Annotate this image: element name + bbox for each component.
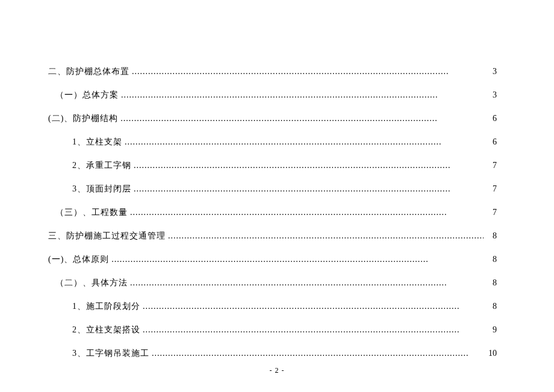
toc-dots: [121, 90, 484, 100]
toc-entry: 1、立柱支架 6: [48, 137, 497, 148]
toc-dots: [130, 278, 484, 288]
toc-entry: 三、防护棚施工过程交通管理 8: [48, 231, 497, 241]
toc-entry: (一)、总体原则 8: [48, 254, 497, 265]
toc-page: 6: [486, 114, 497, 123]
toc-entry: 2、承重工字钢 7: [48, 160, 497, 171]
toc-page: 7: [486, 208, 497, 217]
toc-entry: 3、顶面封闭层 7: [48, 184, 497, 194]
toc-entry: （三）、工程数量 7: [48, 207, 497, 218]
toc-page: 8: [486, 255, 497, 264]
toc-dots: [134, 184, 484, 194]
toc-label: 二、防护棚总体布置: [48, 66, 129, 77]
toc-dots: [132, 67, 484, 76]
toc-dots: [143, 302, 484, 311]
toc-entry: 3、工字钢吊装施工 10: [48, 348, 497, 359]
toc-label: （三）、工程数量: [55, 207, 128, 218]
toc-label: 2、立柱支架搭设: [72, 325, 140, 335]
toc-dots: [134, 161, 484, 170]
toc-dots: [125, 137, 484, 147]
toc-page: 6: [486, 137, 497, 147]
toc-page: 8: [486, 231, 497, 241]
toc-page: 7: [486, 161, 497, 170]
toc-label: 2、承重工字钢: [72, 160, 131, 171]
toc-label: 1、立柱支架: [72, 137, 122, 148]
page-number: - 2 -: [0, 366, 554, 375]
toc-container: 二、防护棚总体布置 3 （一）总体方案 3 (二)、防护棚结构 6 1、立柱支架…: [0, 0, 554, 359]
toc-dots: [143, 325, 484, 335]
toc-page: 3: [486, 90, 497, 100]
toc-page: 7: [486, 184, 497, 194]
toc-label: (一)、总体原则: [48, 254, 109, 265]
toc-label: (二)、防护棚结构: [48, 113, 118, 124]
toc-entry: 1、施工阶段划分 8: [48, 301, 497, 312]
toc-dots: [120, 114, 484, 123]
toc-dots: [111, 255, 484, 264]
toc-page: 8: [486, 278, 497, 288]
toc-page: 8: [486, 302, 497, 311]
toc-dots: [130, 208, 484, 217]
toc-dots: [152, 349, 484, 358]
toc-page: 9: [486, 325, 497, 335]
toc-label: （一）总体方案: [55, 90, 119, 101]
toc-page: 3: [486, 67, 497, 76]
toc-entry: (二)、防护棚结构 6: [48, 113, 497, 124]
toc-label: 3、工字钢吊装施工: [72, 348, 149, 359]
toc-dots: [168, 231, 484, 241]
toc-entry: 2、立柱支架搭设 9: [48, 325, 497, 335]
toc-entry: 二、防护棚总体布置 3: [48, 66, 497, 77]
toc-label: 1、施工阶段划分: [72, 301, 140, 312]
toc-label: 三、防护棚施工过程交通管理: [48, 231, 166, 241]
toc-entry: （一）总体方案 3: [48, 90, 497, 101]
toc-label: （二）、具体方法: [55, 278, 128, 288]
toc-entry: （二）、具体方法 8: [48, 278, 497, 288]
toc-page: 10: [486, 349, 497, 358]
toc-label: 3、顶面封闭层: [72, 184, 131, 194]
